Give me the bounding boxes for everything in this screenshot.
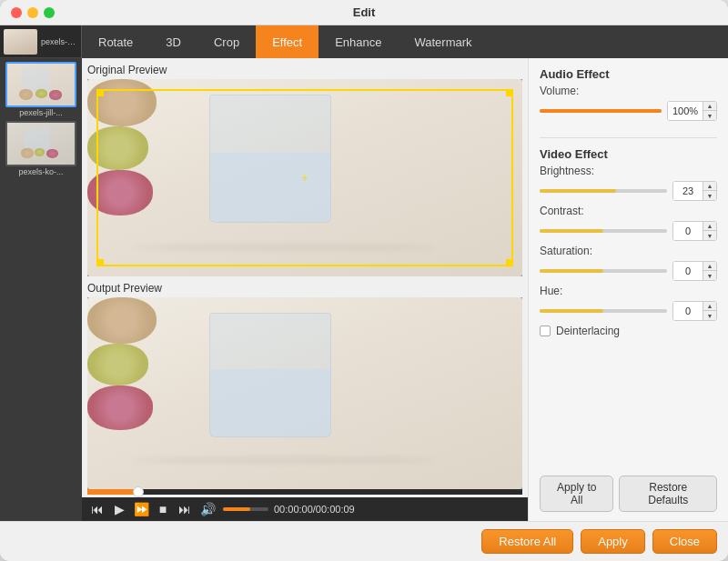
saturation-down-button[interactable]: ▼ [703,271,716,280]
brightness-down-button[interactable]: ▼ [703,191,716,200]
glass-water [210,153,330,222]
volume-row: Volume: [540,85,717,97]
skip-forward-button[interactable]: ⏩ [133,501,149,517]
tab-crop[interactable]: Crop [197,25,256,58]
glass-object [209,95,331,223]
output-video-frame [87,297,522,489]
hue-up-button[interactable]: ▲ [703,302,716,311]
original-preview-label: Original Preview [87,64,522,76]
saturation-label: Saturation: [540,245,594,257]
tab-enhance[interactable]: Enhance [318,25,398,58]
hue-down-button[interactable]: ▼ [703,311,716,320]
tab-watermark[interactable]: Watermark [398,25,488,58]
saturation-input[interactable] [673,262,703,280]
tab-3d[interactable]: 3D [149,25,197,58]
saturation-track[interactable] [540,269,667,273]
brightness-input[interactable] [673,182,703,200]
main-content: pexels-jill-... pexels-ko-... Original P… [0,58,728,521]
minimize-window-button[interactable] [27,7,38,18]
spacer [540,348,717,461]
contrast-row: Contrast: [540,205,717,217]
hue-spinners: ▲ ▼ [703,302,716,320]
volume-track[interactable] [540,109,662,113]
play-button[interactable]: ▶ [111,501,127,517]
deinterlacing-row: Deinterlacing [540,325,717,337]
brightness-up-button[interactable]: ▲ [703,182,716,191]
hue-input-wrapper: ▲ ▼ [672,301,717,321]
saturation-slider-row: ▲ ▼ [540,261,717,281]
contrast-spinners: ▲ ▼ [703,222,716,240]
volume-slider[interactable] [223,507,268,511]
close-window-button[interactable] [11,7,22,18]
volume-up-button[interactable]: ▲ [703,102,716,111]
restore-defaults-button[interactable]: Restore Defaults [619,476,717,512]
contrast-fill [540,229,603,233]
contrast-track[interactable] [540,229,667,233]
output-scene [87,297,522,489]
progress-dot[interactable] [133,486,144,497]
output-preview-section: Output Preview [82,279,528,497]
video-effect-section: Video Effect Brightness: ▲ ▼ [540,147,717,337]
contrast-up-button[interactable]: ▲ [703,222,716,231]
sidebar-thumb-2[interactable] [5,121,76,166]
hue-input[interactable] [673,302,703,320]
volume-spinners: ▲ ▼ [703,102,716,120]
apply-to-all-button[interactable]: Apply to All [540,476,613,512]
saturation-row: Saturation: [540,245,717,257]
output-macaron-green [87,344,148,386]
sidebar-thumb-1[interactable] [5,62,76,107]
original-video-frame: + [87,79,522,276]
sidebar-item-2[interactable]: pexels-ko-... [5,121,76,176]
brightness-slider-row: ▲ ▼ [540,181,717,201]
sidebar: pexels-jill-... pexels-ko-... [0,58,82,521]
output-glass [209,313,331,437]
brightness-row: Brightness: [540,165,717,177]
title-bar: Edit [0,0,728,25]
player-controls: ⏮ ▶ ⏩ ■ ⏭ 🔊 00:00:00/00:00:09 [82,497,528,521]
contrast-down-button[interactable]: ▼ [703,231,716,240]
volume-input[interactable] [668,102,703,120]
sidebar-thumb-1-label: pexels-jill-... [19,108,63,117]
tabs-nav: Rotate 3D Crop Effect Enhance Watermark [82,25,728,58]
volume-label: Volume: [540,85,594,97]
saturation-up-button[interactable]: ▲ [703,262,716,271]
stop-button[interactable]: ■ [155,501,171,517]
sidebar-thumb-2-label: pexels-ko-... [18,167,63,176]
hue-track[interactable] [540,309,667,313]
video-effect-title: Video Effect [540,147,717,161]
output-preview-label: Output Preview [87,282,522,295]
video-progress-bar-container[interactable] [87,489,522,495]
sidebar-tab-1[interactable]: pexels-jill-... [0,25,81,58]
brightness-track[interactable] [540,189,667,193]
apply-button[interactable]: Apply [581,529,645,554]
window-title: Edit [353,5,376,19]
brightness-spinners: ▲ ▼ [703,182,716,200]
contrast-input[interactable] [673,222,703,240]
skip-back-button[interactable]: ⏮ [89,501,106,517]
volume-down-button[interactable]: ▼ [703,111,716,120]
time-display: 00:00:00/00:00:09 [274,504,355,515]
sidebar-item-1[interactable]: pexels-jill-... [5,62,76,117]
volume-icon: 🔊 [200,502,216,516]
original-preview-section: Original Preview [82,58,528,279]
output-macaron-pink [87,386,153,430]
video-area: Original Preview [82,58,528,521]
bottom-right-buttons: Restore All Apply Close [481,529,717,554]
tab-effect[interactable]: Effect [256,25,318,58]
settings-panel: Audio Effect Volume: ▲ ▼ Video E [528,58,728,521]
audio-effect-section: Audio Effect Volume: ▲ ▼ [540,67,717,125]
contrast-input-wrapper: ▲ ▼ [672,221,717,241]
tab-rotate[interactable]: Rotate [82,25,149,58]
sidebar-tab-1-label: pexels-jill-... [41,37,77,46]
skip-end-button[interactable]: ⏭ [177,501,193,517]
brightness-label: Brightness: [540,165,594,177]
output-macaron-tan [87,297,157,344]
restore-all-button[interactable]: Restore All [481,529,573,554]
volume-fill [223,507,250,511]
close-button[interactable]: Close [652,529,717,554]
deinterlacing-checkbox[interactable] [540,326,551,336]
volume-slider-row: ▲ ▼ [540,101,717,121]
output-glass-water [210,369,330,436]
maximize-window-button[interactable] [44,7,55,18]
original-scene [87,79,522,276]
